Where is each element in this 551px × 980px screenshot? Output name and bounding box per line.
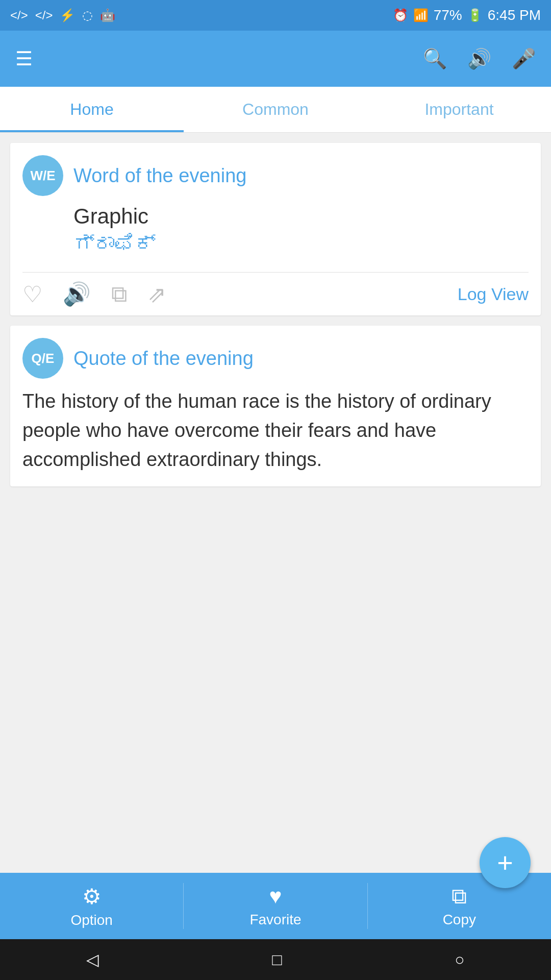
share-icon[interactable]: ⇗ (147, 281, 166, 307)
usb-icon: ⚡ (60, 8, 75, 22)
battery-level: 77% (434, 7, 462, 23)
home-button[interactable]: □ (272, 950, 282, 969)
favorite-label: Favorite (249, 912, 301, 928)
status-time: 6:45 PM (488, 7, 541, 23)
quote-card-title: Quote of the evening (73, 348, 254, 370)
app-bar-left: ☰ (15, 47, 33, 70)
status-bar-right: ⏰ 📶 77% 🔋 6:45 PM (393, 7, 541, 23)
mic-icon[interactable]: 🎤 (512, 47, 536, 70)
app-bar-right: 🔍 🔊 🎤 (423, 47, 536, 70)
bottom-nav-copy[interactable]: ⧉ Copy (368, 873, 551, 939)
status-bar-left: </> </> ⚡ ◌ 🤖 (10, 8, 115, 22)
quote-badge: Q/E (22, 338, 63, 379)
word-card-body: Graphic ಗ್ರಾಫಿಕ್ (10, 204, 541, 272)
word-card: W/E Word of the evening Graphic ಗ್ರಾಫಿಕ್… (10, 143, 541, 315)
word-english: Graphic (22, 204, 529, 229)
favorite-nav-icon: ♥ (269, 884, 282, 909)
copy-nav-icon: ⧉ (452, 884, 467, 909)
word-card-header: W/E Word of the evening (10, 143, 541, 204)
recent-button[interactable]: ○ (455, 950, 464, 969)
log-view-button[interactable]: Log View (458, 284, 529, 304)
option-label: Option (70, 912, 113, 928)
code-icon-1: </> (10, 8, 28, 22)
alarm-icon: ⏰ (393, 8, 408, 22)
tab-home[interactable]: Home (0, 87, 184, 132)
copy-label: Copy (443, 912, 476, 928)
circle-icon: ◌ (82, 8, 93, 22)
favorite-icon[interactable]: ♡ (22, 281, 42, 307)
volume-icon[interactable]: 🔊 (467, 47, 491, 70)
fab-button[interactable]: + (480, 837, 531, 888)
word-native: ಗ್ರಾಫಿಕ್ (22, 233, 529, 256)
fab-icon: + (497, 847, 513, 878)
bottom-nav-option[interactable]: ⚙ Option (0, 873, 183, 939)
signal-icon: 📶 (413, 8, 429, 22)
main-content: W/E Word of the evening Graphic ಗ್ರಾಫಿಕ್… (0, 133, 551, 980)
quote-text: The history of the human race is the his… (10, 387, 541, 486)
sound-icon[interactable]: 🔊 (63, 281, 91, 307)
quote-card: Q/E Quote of the evening The history of … (10, 326, 541, 486)
menu-icon[interactable]: ☰ (15, 47, 33, 70)
app-bar: ☰ 🔍 🔊 🎤 (0, 31, 551, 87)
back-button[interactable]: ◁ (86, 950, 99, 969)
option-icon: ⚙ (82, 884, 102, 909)
bottom-nav-favorite[interactable]: ♥ Favorite (184, 873, 367, 939)
word-badge: W/E (22, 155, 63, 196)
code-icon-2: </> (35, 8, 53, 22)
tab-common[interactable]: Common (184, 87, 367, 132)
tab-bar: Home Common Important (0, 87, 551, 133)
search-icon[interactable]: 🔍 (423, 47, 447, 70)
bottom-nav: ⚙ Option ♥ Favorite ⧉ Copy (0, 873, 551, 939)
android-icon: 🤖 (100, 8, 115, 22)
status-bar: </> </> ⚡ ◌ 🤖 ⏰ 📶 77% 🔋 6:45 PM (0, 0, 551, 31)
battery-icon: 🔋 (467, 8, 483, 22)
card-actions: ♡ 🔊 ⧉ ⇗ Log View (10, 273, 541, 315)
copy-icon[interactable]: ⧉ (111, 281, 127, 307)
android-nav: ◁ □ ○ (0, 939, 551, 980)
tab-important[interactable]: Important (367, 87, 551, 132)
quote-card-header: Q/E Quote of the evening (10, 326, 541, 387)
word-card-title: Word of the evening (73, 165, 246, 187)
